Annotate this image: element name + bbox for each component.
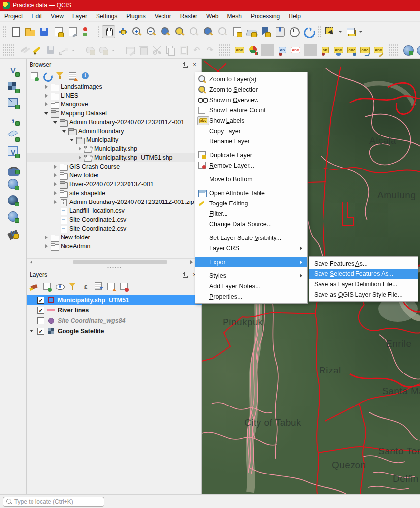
context-menu-item[interactable]: Properties... [195,291,307,302]
expand-collapse-icon[interactable] [44,111,49,116]
layer-row[interactable]: ✓ Municipality.shp_UTM51 [27,295,202,305]
context-menu-item[interactable]: Copy Layer [195,126,307,136]
layer-expand-icon[interactable] [30,308,34,313]
menubar-item[interactable]: Mesh [223,11,246,21]
open-layer-styling-icon[interactable] [29,281,40,292]
properties-info-icon[interactable] [80,71,91,82]
expand-collapse-icon[interactable] [53,165,58,169]
expand-collapse-icon[interactable] [53,191,58,196]
browser-tree-item[interactable]: Municipality [27,135,196,144]
expand-collapse-icon[interactable] [53,218,58,222]
modify-attributes-icon[interactable] [124,44,136,56]
browser-tree-item[interactable]: site shapefile [27,189,196,198]
context-menu-item[interactable] [195,170,307,174]
add-virtual-layer-icon[interactable]: V [6,145,20,159]
collapse-all-icon[interactable] [67,71,78,82]
add-wcs-layer-icon[interactable] [6,194,20,207]
expand-collapse-icon[interactable] [44,102,49,107]
filter-by-expression-icon[interactable]: ε [80,281,91,292]
expand-collapse-icon[interactable] [53,173,58,178]
context-menu-item[interactable]: Show in Overview [195,95,307,105]
expand-collapse-icon[interactable] [53,227,58,231]
expand-collapse-icon[interactable] [70,138,74,142]
manage-map-themes-icon[interactable] [55,281,65,292]
move-label-diagram-icon[interactable]: abc [346,44,358,56]
expand-collapse-icon[interactable] [44,94,49,98]
menubar-item[interactable]: Help [284,11,305,21]
toggle-editing-icon[interactable] [31,44,43,56]
browser-tree-item[interactable]: Mangrove [27,100,196,109]
menubar-item[interactable]: Edit [27,11,46,21]
menubar-item[interactable]: Project [0,11,27,21]
expand-collapse-icon[interactable] [62,129,66,134]
add-delimited-text-icon[interactable]: , [6,112,20,126]
layer-expand-icon[interactable] [30,318,34,323]
close-panel-icon[interactable]: × [191,61,198,68]
select-features-dropdown-icon[interactable] [338,25,343,38]
save-project-icon[interactable] [37,25,51,38]
vertex-tool-icon[interactable] [97,44,110,56]
remove-layer-group-icon[interactable] [119,281,129,292]
locator-input[interactable] [14,498,101,505]
toolbar-grip[interactable] [3,26,6,37]
temporal-controller-icon[interactable] [288,25,301,38]
context-menu-item[interactable]: Layer CRS [195,243,307,253]
browser-tree-item[interactable]: NiceAdmin [27,242,196,251]
toolbar-grip[interactable] [318,26,321,37]
browser-horizontal-scrollbar[interactable] [27,258,196,265]
show-hide-labels-icon[interactable]: abc [332,44,345,56]
add-polygon-icon[interactable] [84,44,97,56]
submenu-item[interactable]: Save as QGIS Layer Style File... [309,289,418,300]
context-menu-item[interactable]: Toggle Editing [195,198,307,208]
digitize-icon[interactable] [58,44,70,56]
context-menu-item[interactable]: Duplicate Layer [195,150,307,160]
browser-tree-item[interactable]: River-20240702T232013Z-001 [27,180,196,189]
context-menu-item[interactable]: Zoom to Layer(s) [195,74,307,84]
context-menu-item[interactable]: Open Attribute Table [195,188,307,198]
browser-tree-item[interactable]: Landfill_location.csv [27,206,196,215]
change-label-icon[interactable]: abc [372,44,385,56]
refresh-map-icon[interactable] [302,25,315,38]
add-raster-layer-icon[interactable] [6,80,20,94]
menubar-item[interactable]: Vector [150,11,176,21]
paste-features-icon[interactable] [177,44,190,56]
zoom-last-icon[interactable] [202,25,215,38]
context-menu-item[interactable]: Change Data Source... [195,219,307,229]
rotate-label-icon[interactable]: abc [359,44,371,56]
context-menu-item[interactable]: Set Layer Scale Visibility... [195,233,307,243]
scrollbar-thumb[interactable] [73,260,167,264]
browser-tree-item[interactable]: New folder [27,233,196,242]
add-selected-layers-icon[interactable] [29,71,40,82]
browser-tree-item[interactable]: Municipality.shp [27,144,196,153]
panel-splitter-handle[interactable] [107,266,122,268]
context-menu-item[interactable]: Styles [195,271,307,281]
new-project-icon[interactable] [9,25,22,38]
add-spatialite-layer-icon[interactable] [6,129,20,142]
layer-row[interactable]: ✓ Google Satellite [27,326,202,336]
add-wfs-layer-icon[interactable] [6,210,20,224]
new-3d-map-view-icon[interactable] [245,25,258,38]
digitize-dropdown-icon[interactable] [71,44,83,56]
pan-map-icon[interactable] [102,25,115,38]
menubar-item[interactable]: Plugins [122,11,150,21]
expand-collapse-icon[interactable] [44,244,49,249]
toolbar-grip[interactable] [219,44,231,56]
browser-tree-item[interactable]: Admin Boundary-20240702T232011Z-001 [27,118,196,127]
open-project-icon[interactable] [23,25,36,38]
open-field-calculator-icon[interactable] [344,25,357,38]
save-edits-icon[interactable] [44,44,57,56]
select-features-icon[interactable] [323,25,337,38]
menubar-item[interactable]: Processing [246,11,284,21]
browser-tree-item[interactable]: Admin Boundary-20240702T232011Z-001.zip [27,198,196,206]
highlight-labels-icon[interactable]: abc [290,44,302,56]
context-menu-item[interactable]: Filter... [195,208,307,219]
collapse-all-icon[interactable] [106,281,117,292]
layer-visibility-checkbox[interactable]: ✓ [37,307,44,314]
menubar-item[interactable]: Raster [176,11,202,21]
context-menu-item[interactable] [195,146,307,150]
context-menu-item[interactable] [195,267,307,271]
submenu-item[interactable]: Save Features As... [309,258,418,269]
expand-collapse-icon[interactable] [78,156,82,160]
scroll-left-icon[interactable] [28,260,32,264]
menubar-item[interactable]: Web [202,11,223,21]
